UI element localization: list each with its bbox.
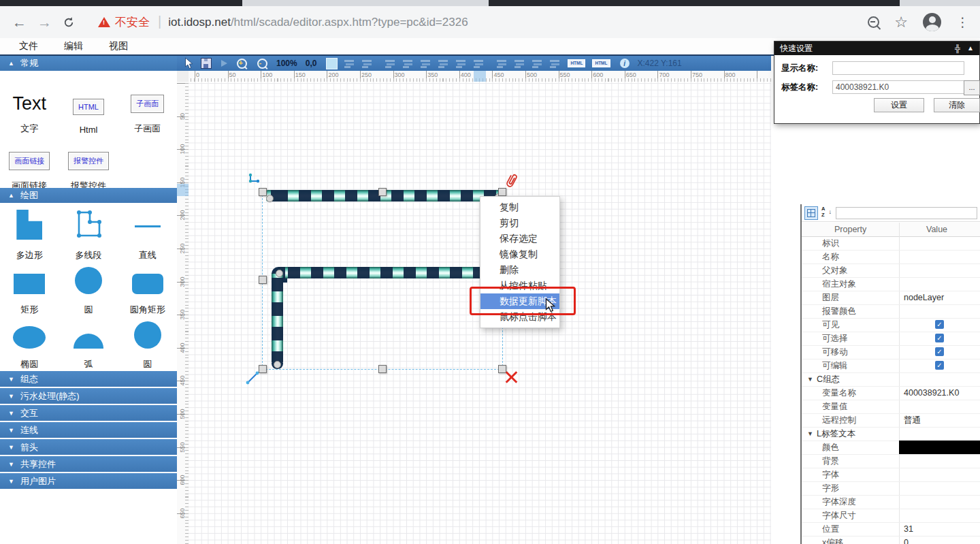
back-icon[interactable]: ← (12, 15, 27, 29)
property-checkbox[interactable]: ✓ (935, 320, 944, 329)
tag-browse-button[interactable]: ... (964, 80, 980, 95)
edit-vertices-icon[interactable] (247, 172, 261, 186)
selection-handle-s[interactable] (378, 365, 387, 373)
html-export-icon[interactable]: HTML (568, 59, 585, 68)
security-warning-icon[interactable]: ! (98, 17, 110, 27)
collapse-panel-icon[interactable]: ▲ (967, 45, 974, 52)
section-header-general[interactable]: ▲ 常规 (0, 56, 177, 71)
categorized-view-icon[interactable] (804, 206, 818, 220)
menubar-item-2[interactable]: 视图 (102, 40, 135, 52)
menubar-item-0[interactable]: 文件 (12, 40, 45, 52)
quick-settings-titlebar[interactable]: 快速设置 ╬ ▲ (774, 42, 979, 55)
shape-tool-ellipse[interactable]: 椭圆 (0, 316, 59, 370)
pipe-endpoint-dot[interactable] (276, 270, 283, 277)
property-value[interactable] (900, 277, 980, 291)
section-header-collapsed-2[interactable]: ▼交互 (0, 405, 177, 421)
browser-menu-icon[interactable]: ⋮ (956, 16, 969, 29)
selection-handle-nw[interactable] (259, 188, 267, 196)
shape-tool-arc[interactable]: 弧 (59, 316, 118, 370)
save-icon[interactable] (200, 57, 212, 69)
property-value[interactable]: 400038921.K0 (900, 386, 980, 400)
property-value[interactable]: 普通 (900, 413, 980, 427)
info-icon[interactable]: i (620, 59, 630, 68)
property-value[interactable] (900, 236, 980, 250)
forward-icon[interactable]: → (37, 15, 52, 29)
property-filter-box[interactable] (836, 207, 977, 219)
clear-button[interactable]: 清除 (934, 98, 980, 112)
section-header-collapsed-3[interactable]: ▼连线 (0, 422, 177, 438)
profile-avatar[interactable] (923, 13, 941, 31)
pipe-vertical[interactable] (272, 272, 283, 364)
tool-画面链接[interactable]: 画面链接画面链接 (0, 135, 59, 192)
shape-tool-circle[interactable]: 圆 (118, 316, 177, 370)
property-value[interactable] (900, 400, 980, 413)
pipe-endpoint-dot[interactable] (266, 195, 274, 202)
section-header-drawing[interactable]: ▲ 绘图 (0, 188, 177, 203)
shape-tool-rect[interactable]: 矩形 (0, 261, 59, 316)
property-checkbox[interactable]: ✓ (935, 361, 944, 370)
property-value[interactable] (900, 304, 980, 318)
property-checkbox[interactable]: ✓ (935, 334, 944, 342)
shape-tool-rounded-rect[interactable]: 圆角矩形 (118, 261, 177, 316)
property-value[interactable]: 0 (900, 536, 980, 544)
tag-name-input[interactable] (832, 80, 964, 94)
browser-tab[interactable] (242, 0, 489, 6)
set-button[interactable]: 设置 (874, 98, 924, 112)
sort-az-icon[interactable]: AZ↓ (820, 206, 832, 219)
delete-x-icon[interactable] (504, 370, 518, 383)
attach-paperclip-icon[interactable] (504, 172, 519, 191)
property-checkbox[interactable]: ✓ (935, 347, 944, 356)
menubar-item-1[interactable]: 编辑 (57, 40, 90, 52)
property-value[interactable] (900, 468, 980, 481)
property-value[interactable] (900, 509, 980, 522)
url-bar[interactable]: iot.idosp.net/html/scada/editor.aspx.htm… (168, 16, 468, 29)
html-view-icon[interactable]: HTML (592, 59, 610, 68)
canvas-color-icon[interactable] (326, 58, 338, 69)
pipe-endpoint-dot[interactable] (274, 361, 281, 368)
security-warning-text[interactable]: 不安全 (115, 14, 150, 30)
design-canvas[interactable]: 复制剪切保存选定镜像复制删除从控件粘贴数据更新脚本鼠标点击脚本 (189, 82, 771, 544)
group-arrow-icon[interactable]: ▼ (807, 427, 813, 441)
zoom-out-icon[interactable]: - (256, 57, 268, 69)
pipe-middle[interactable] (278, 267, 502, 278)
shape-tool-line[interactable]: 直线 (118, 207, 177, 261)
reload-icon[interactable] (63, 16, 75, 29)
context-menu-item-0[interactable]: 复制 (480, 199, 559, 215)
section-header-collapsed-1[interactable]: ▼污水处理(静态) (0, 388, 177, 404)
group-arrow-icon[interactable]: ▼ (807, 372, 813, 386)
line-tool-icon[interactable] (245, 370, 260, 385)
zoom-in-icon[interactable]: + (235, 57, 248, 69)
property-value[interactable] (900, 481, 980, 495)
dock-icon[interactable]: ╬ (955, 45, 960, 52)
section-header-collapsed-0[interactable]: ▼组态 (0, 371, 177, 387)
shape-tool-circle[interactable]: 圆 (59, 261, 118, 316)
property-value[interactable] (900, 454, 980, 468)
tool-子画面[interactable]: 子画面子画面 (118, 78, 177, 135)
context-menu-item-2[interactable]: 保存选定 (480, 231, 559, 246)
select-tool-icon[interactable] (182, 57, 195, 69)
shape-tool-polygon[interactable]: 多边形 (0, 207, 59, 261)
section-header-collapsed-5[interactable]: ▼共享控件 (0, 456, 177, 472)
selection-handle-n[interactable] (378, 188, 387, 196)
zoom-out-page-icon[interactable] (868, 16, 879, 28)
tool-Html[interactable]: HTMLHtml (59, 78, 118, 135)
section-header-collapsed-6[interactable]: ▼用户图片 (0, 473, 177, 489)
tool-文字[interactable]: Text文字 (0, 78, 59, 135)
tool-报警控件[interactable]: 报警控件报警控件 (59, 135, 118, 192)
context-menu-item-4[interactable]: 删除 (480, 262, 559, 278)
color-swatch[interactable] (899, 441, 980, 454)
context-menu-item-1[interactable]: 剪切 (480, 215, 559, 231)
section-header-collapsed-4[interactable]: ▼箭头 (0, 439, 177, 455)
selection-handle-w[interactable] (259, 276, 267, 284)
shape-tool-polyline[interactable]: 多线段 (59, 207, 118, 261)
display-name-input[interactable] (832, 61, 964, 75)
property-value[interactable] (900, 263, 980, 277)
property-value[interactable] (900, 250, 980, 263)
run-icon[interactable] (218, 57, 230, 69)
property-value[interactable]: 31 (900, 522, 980, 536)
property-value[interactable] (900, 495, 980, 509)
context-menu-item-3[interactable]: 镜像复制 (480, 246, 559, 262)
property-value[interactable]: nodeLayer (900, 291, 980, 304)
browser-tab[interactable] (900, 0, 980, 6)
bookmark-star-icon[interactable]: ☆ (894, 15, 908, 30)
